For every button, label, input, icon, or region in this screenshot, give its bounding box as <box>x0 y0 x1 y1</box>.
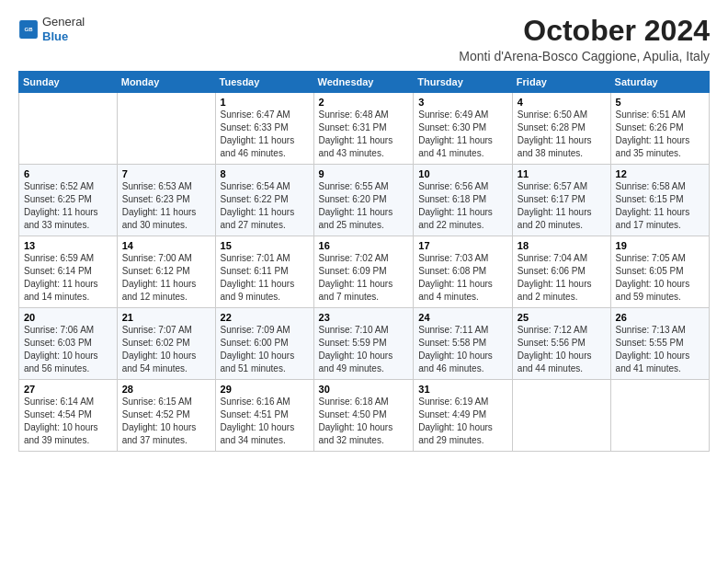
day-number: 18 <box>518 240 606 251</box>
day-number: 3 <box>418 97 507 108</box>
day-number: 16 <box>319 240 409 251</box>
calendar-day-cell: 9Sunrise: 6:55 AM Sunset: 6:20 PM Daylig… <box>313 165 414 236</box>
calendar-week-row: 13Sunrise: 6:59 AM Sunset: 6:14 PM Dayli… <box>19 236 710 308</box>
day-info: Sunrise: 6:48 AM Sunset: 6:31 PM Dayligh… <box>319 109 409 160</box>
day-info: Sunrise: 6:57 AM Sunset: 6:17 PM Dayligh… <box>518 180 606 232</box>
day-info: Sunrise: 6:18 AM Sunset: 4:50 PM Dayligh… <box>319 396 409 447</box>
calendar-day-cell: 4Sunrise: 6:50 AM Sunset: 6:28 PM Daylig… <box>512 93 610 165</box>
calendar-day-cell: 15Sunrise: 7:01 AM Sunset: 6:11 PM Dayli… <box>215 236 313 308</box>
day-number: 8 <box>221 168 309 179</box>
calendar-day-cell: 30Sunrise: 6:18 AM Sunset: 4:50 PM Dayli… <box>313 380 414 452</box>
calendar-day-cell: 6Sunrise: 6:52 AM Sunset: 6:25 PM Daylig… <box>19 165 118 236</box>
calendar-day-cell <box>512 380 610 452</box>
calendar-table: SundayMondayTuesdayWednesdayThursdayFrid… <box>18 71 710 452</box>
logo: GB General Blue <box>18 15 85 43</box>
calendar-day-cell: 31Sunrise: 6:19 AM Sunset: 4:49 PM Dayli… <box>414 380 513 452</box>
day-info: Sunrise: 7:06 AM Sunset: 6:03 PM Dayligh… <box>24 324 112 375</box>
calendar-day-cell: 17Sunrise: 7:03 AM Sunset: 6:08 PM Dayli… <box>414 236 513 308</box>
day-number: 13 <box>24 240 112 251</box>
day-info: Sunrise: 6:59 AM Sunset: 6:14 PM Dayligh… <box>24 252 112 304</box>
day-info: Sunrise: 6:58 AM Sunset: 6:15 PM Dayligh… <box>616 180 704 232</box>
calendar-day-cell: 13Sunrise: 6:59 AM Sunset: 6:14 PM Dayli… <box>19 236 118 308</box>
day-number: 21 <box>122 312 210 323</box>
calendar-day-cell: 26Sunrise: 7:13 AM Sunset: 5:55 PM Dayli… <box>610 308 709 380</box>
weekday-header: Tuesday <box>215 72 313 93</box>
day-number: 11 <box>518 168 606 179</box>
day-info: Sunrise: 6:50 AM Sunset: 6:28 PM Dayligh… <box>518 109 606 160</box>
calendar-day-cell: 1Sunrise: 6:47 AM Sunset: 6:33 PM Daylig… <box>215 93 313 165</box>
logo-icon: GB <box>18 19 39 40</box>
calendar-week-row: 1Sunrise: 6:47 AM Sunset: 6:33 PM Daylig… <box>19 93 710 165</box>
day-number: 23 <box>319 312 409 323</box>
calendar-day-cell: 20Sunrise: 7:06 AM Sunset: 6:03 PM Dayli… <box>19 308 118 380</box>
location-title: Monti d'Arena-Bosco Caggione, Apulia, It… <box>459 49 710 63</box>
calendar-day-cell: 10Sunrise: 6:56 AM Sunset: 6:18 PM Dayli… <box>414 165 513 236</box>
weekday-header: Friday <box>512 72 610 93</box>
calendar-week-row: 6Sunrise: 6:52 AM Sunset: 6:25 PM Daylig… <box>19 165 710 236</box>
day-number: 25 <box>518 312 606 323</box>
day-number: 26 <box>616 312 704 323</box>
title-section: October 2024 Monti d'Arena-Bosco Caggion… <box>459 15 710 63</box>
header: GB General Blue October 2024 Monti d'Are… <box>18 15 710 63</box>
day-info: Sunrise: 7:12 AM Sunset: 5:56 PM Dayligh… <box>518 324 606 375</box>
day-number: 5 <box>616 97 704 108</box>
svg-text:GB: GB <box>24 27 33 32</box>
day-number: 1 <box>221 97 309 108</box>
day-info: Sunrise: 7:11 AM Sunset: 5:58 PM Dayligh… <box>418 324 507 375</box>
day-info: Sunrise: 6:54 AM Sunset: 6:22 PM Dayligh… <box>221 180 309 232</box>
day-number: 6 <box>24 168 112 179</box>
day-info: Sunrise: 7:03 AM Sunset: 6:08 PM Dayligh… <box>418 252 507 304</box>
day-info: Sunrise: 6:14 AM Sunset: 4:54 PM Dayligh… <box>24 396 112 447</box>
day-info: Sunrise: 7:07 AM Sunset: 6:02 PM Dayligh… <box>122 324 210 375</box>
calendar-day-cell: 29Sunrise: 6:16 AM Sunset: 4:51 PM Dayli… <box>215 380 313 452</box>
day-number: 27 <box>24 384 112 395</box>
calendar-day-cell: 2Sunrise: 6:48 AM Sunset: 6:31 PM Daylig… <box>313 93 414 165</box>
day-info: Sunrise: 7:10 AM Sunset: 5:59 PM Dayligh… <box>319 324 409 375</box>
day-number: 30 <box>319 384 409 395</box>
calendar-day-cell: 27Sunrise: 6:14 AM Sunset: 4:54 PM Dayli… <box>19 380 118 452</box>
day-number: 15 <box>221 240 309 251</box>
day-number: 2 <box>319 97 409 108</box>
logo-blue: Blue <box>42 29 68 43</box>
weekday-header: Sunday <box>19 72 118 93</box>
day-number: 20 <box>24 312 112 323</box>
day-number: 28 <box>122 384 210 395</box>
month-title: October 2024 <box>459 15 710 47</box>
day-info: Sunrise: 6:19 AM Sunset: 4:49 PM Dayligh… <box>418 396 507 447</box>
calendar-day-cell: 3Sunrise: 6:49 AM Sunset: 6:30 PM Daylig… <box>414 93 513 165</box>
calendar-day-cell: 18Sunrise: 7:04 AM Sunset: 6:06 PM Dayli… <box>512 236 610 308</box>
calendar-day-cell: 14Sunrise: 7:00 AM Sunset: 6:12 PM Dayli… <box>117 236 215 308</box>
day-info: Sunrise: 6:52 AM Sunset: 6:25 PM Dayligh… <box>24 180 112 232</box>
day-number: 22 <box>221 312 309 323</box>
day-info: Sunrise: 6:15 AM Sunset: 4:52 PM Dayligh… <box>122 396 210 447</box>
day-info: Sunrise: 6:56 AM Sunset: 6:18 PM Dayligh… <box>418 180 507 232</box>
day-number: 29 <box>221 384 309 395</box>
day-number: 10 <box>418 168 507 179</box>
day-info: Sunrise: 7:05 AM Sunset: 6:05 PM Dayligh… <box>616 252 704 304</box>
day-number: 19 <box>616 240 704 251</box>
calendar-header-row: SundayMondayTuesdayWednesdayThursdayFrid… <box>19 72 710 93</box>
weekday-header: Saturday <box>610 72 709 93</box>
day-info: Sunrise: 6:47 AM Sunset: 6:33 PM Dayligh… <box>221 109 309 160</box>
calendar-day-cell <box>19 93 118 165</box>
weekday-header: Wednesday <box>313 72 414 93</box>
day-info: Sunrise: 6:53 AM Sunset: 6:23 PM Dayligh… <box>122 180 210 232</box>
weekday-header: Monday <box>117 72 215 93</box>
day-number: 12 <box>616 168 704 179</box>
calendar-day-cell: 11Sunrise: 6:57 AM Sunset: 6:17 PM Dayli… <box>512 165 610 236</box>
day-number: 7 <box>122 168 210 179</box>
calendar-week-row: 27Sunrise: 6:14 AM Sunset: 4:54 PM Dayli… <box>19 380 710 452</box>
calendar-day-cell: 7Sunrise: 6:53 AM Sunset: 6:23 PM Daylig… <box>117 165 215 236</box>
calendar-day-cell: 19Sunrise: 7:05 AM Sunset: 6:05 PM Dayli… <box>610 236 709 308</box>
calendar-day-cell: 28Sunrise: 6:15 AM Sunset: 4:52 PM Dayli… <box>117 380 215 452</box>
calendar-day-cell: 8Sunrise: 6:54 AM Sunset: 6:22 PM Daylig… <box>215 165 313 236</box>
calendar-day-cell: 24Sunrise: 7:11 AM Sunset: 5:58 PM Dayli… <box>414 308 513 380</box>
day-info: Sunrise: 6:55 AM Sunset: 6:20 PM Dayligh… <box>319 180 409 232</box>
day-info: Sunrise: 7:02 AM Sunset: 6:09 PM Dayligh… <box>319 252 409 304</box>
calendar-day-cell: 25Sunrise: 7:12 AM Sunset: 5:56 PM Dayli… <box>512 308 610 380</box>
calendar-day-cell: 22Sunrise: 7:09 AM Sunset: 6:00 PM Dayli… <box>215 308 313 380</box>
calendar-day-cell: 16Sunrise: 7:02 AM Sunset: 6:09 PM Dayli… <box>313 236 414 308</box>
day-info: Sunrise: 6:16 AM Sunset: 4:51 PM Dayligh… <box>221 396 309 447</box>
calendar-day-cell <box>117 93 215 165</box>
logo-general: General <box>42 15 85 29</box>
